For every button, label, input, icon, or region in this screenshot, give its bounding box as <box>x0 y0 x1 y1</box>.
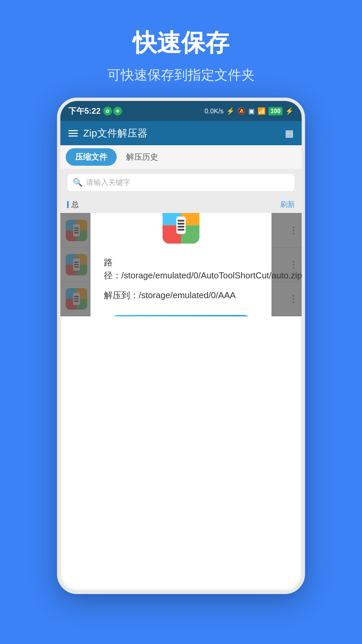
extract-now-button[interactable]: 立即解压 <box>104 315 258 317</box>
dialog-path-text: 路径：/storage/emulated/0/AutoToolShortCut/… <box>104 256 258 282</box>
battery-indicator: 100 <box>268 107 283 115</box>
search-icon: 🔍 <box>73 178 83 187</box>
charge-icon: ⚡ <box>285 107 294 115</box>
dialog-zip-icon <box>163 213 199 244</box>
tab-extract-history[interactable]: 解压历史 <box>117 148 168 166</box>
status-left: 下午5:22 ✿ ❋ <box>68 106 122 116</box>
app-bar-title: Zip文件解压器 <box>83 126 147 140</box>
dialog-extract-to: 解压到：/storage/emulated/0/AAA <box>104 289 258 302</box>
status-right: 0.0K/s ⚡ 🔕 ▣ 📶 100 ⚡ <box>204 107 294 115</box>
search-area: 🔍 请输入关键字 <box>60 169 302 196</box>
blue-bar-indicator <box>67 201 69 208</box>
dialog-extract-to-text: 解压到：/storage/emulated/0/AAA <box>104 289 258 302</box>
search-placeholder: 请输入关键字 <box>86 177 130 187</box>
mute-icon: 🔕 <box>237 107 246 115</box>
app-bar-action[interactable]: ▦ <box>285 128 294 139</box>
tab-compressed-files[interactable]: 压缩文件 <box>66 148 117 166</box>
list-total-label: 总 <box>67 200 79 210</box>
status-time: 下午5:22 <box>68 106 101 116</box>
notification-icon-1: ✿ <box>103 107 112 115</box>
battery-value: 100 <box>270 108 281 114</box>
search-input-box[interactable]: 🔍 请输入关键字 <box>67 173 295 192</box>
dialog-file-path: 路径：/storage/emulated/0/AutoToolShortCut/… <box>104 256 258 282</box>
wifi-icon: 📶 <box>257 107 266 115</box>
hamburger-line-1 <box>68 130 78 131</box>
refresh-button[interactable]: 刷新 <box>280 200 295 210</box>
hamburger-line-3 <box>68 136 78 137</box>
bluetooth-icon: ⚡ <box>226 107 235 115</box>
list-header: 总 刷新 <box>60 196 302 213</box>
sim-icon: ▣ <box>248 107 255 115</box>
app-content: auto_tool.zip /storage/emulated/0/.com.d… <box>60 213 302 316</box>
status-bar: 下午5:22 ✿ ❋ 0.0K/s ⚡ 🔕 ▣ 📶 100 ⚡ <box>60 101 302 121</box>
page-title: 快速保存 <box>13 27 349 59</box>
status-icons: ✿ ❋ <box>103 107 122 115</box>
tab-bar: 压缩文件 解压历史 <box>60 145 302 169</box>
phone-frame: 下午5:22 ✿ ❋ 0.0K/s ⚡ 🔕 ▣ 📶 100 ⚡ Z <box>57 98 305 594</box>
hamburger-line-2 <box>68 133 78 134</box>
page-subtitle: 可快速保存到指定文件夹 <box>13 66 349 84</box>
network-speed: 0.0K/s <box>204 107 224 115</box>
hamburger-menu-icon[interactable] <box>68 130 78 137</box>
extract-dialog: 解压文件 路径：/storage/emulated/0/AutoToolShor… <box>90 213 272 316</box>
app-bar-left: Zip文件解压器 <box>68 126 147 140</box>
app-bar: Zip文件解压器 ▦ <box>60 121 302 145</box>
notification-icon-2: ❋ <box>113 107 122 115</box>
